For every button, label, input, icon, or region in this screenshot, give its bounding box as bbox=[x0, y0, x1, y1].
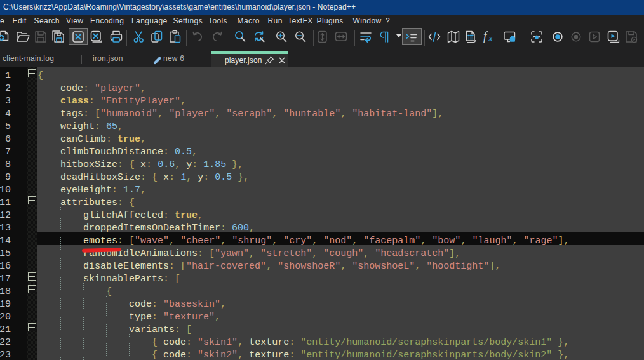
svg-text:f: f bbox=[483, 29, 488, 43]
svg-text:x: x bbox=[488, 33, 493, 43]
